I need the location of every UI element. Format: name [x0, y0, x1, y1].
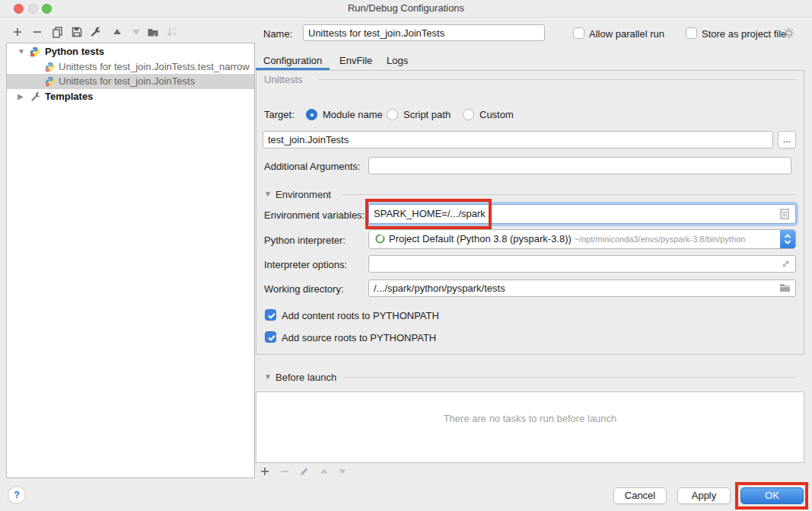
target-script-path-radio[interactable] [387, 109, 398, 120]
name-label: Name: [263, 28, 292, 40]
working-directory-label: Working directory: [264, 283, 344, 295]
tree-item-label: Unittests for test_join.JoinTests [59, 74, 195, 89]
title-bar: Run/Debug Configurations [0, 0, 812, 18]
run-debug-configurations-dialog: Run/Debug Configurations ▼ Python tests … [0, 0, 812, 511]
tree-item-unittest-narrow[interactable]: Unittests for test_join.JoinTests.test_n… [7, 59, 254, 75]
before-launch-chevron-icon[interactable]: ▼ [264, 372, 272, 381]
copy-configuration-icon[interactable] [52, 26, 64, 38]
store-as-project-file-checkbox[interactable] [686, 27, 697, 39]
tree-item-label: Unittests for test_join.JoinTests.test_n… [59, 59, 250, 75]
chevron-down-icon[interactable]: ▼ [18, 44, 25, 59]
target-script-path-label: Script path [403, 109, 451, 121]
section-divider [342, 194, 796, 195]
before-launch-remove-icon[interactable] [279, 466, 290, 477]
edit-environment-variables-icon[interactable] [779, 209, 790, 219]
edit-templates-icon[interactable] [90, 26, 102, 38]
python-tests-icon [30, 46, 40, 57]
before-launch-add-icon[interactable] [260, 466, 270, 477]
tab-envfile[interactable]: EnvFile [339, 55, 372, 67]
before-launch-edit-icon[interactable] [299, 466, 310, 477]
browse-module-button[interactable]: ... [778, 131, 796, 149]
target-custom-label: Custom [479, 109, 514, 121]
additional-arguments-input[interactable] [368, 157, 791, 174]
add-configuration-icon[interactable] [11, 26, 24, 38]
new-folder-icon[interactable] [147, 26, 159, 38]
before-launch-task-list [256, 391, 804, 463]
before-launch-move-up-icon[interactable] [319, 466, 330, 477]
environment-variables-input[interactable]: SPARK_HOME=/.../spark [368, 204, 796, 224]
folder-icon[interactable] [779, 283, 791, 293]
python-test-icon [45, 76, 56, 87]
additional-arguments-label: Additional Arguments: [264, 161, 360, 173]
name-input[interactable]: Unittests for test_join.JoinTests [303, 24, 545, 41]
python-interpreter-path: ~/opt/miniconda3/envs/pyspark-3.8/bin/py… [575, 235, 746, 244]
window-title: Run/Debug Configurations [0, 2, 812, 14]
remove-configuration-icon[interactable] [31, 26, 43, 38]
before-launch-move-down-icon[interactable] [337, 466, 348, 477]
help-button[interactable]: ? [8, 486, 26, 504]
environment-section-title: Environment [275, 189, 331, 201]
interpreter-options-label: Interpreter options: [264, 259, 347, 271]
add-source-roots-label: Add source roots to PYTHONPATH [282, 332, 436, 344]
tree-item-label: Templates [45, 89, 93, 104]
before-launch-empty-message: There are no tasks to run before launch [256, 413, 804, 424]
allow-parallel-run-label: Allow parallel run [589, 28, 664, 40]
allow-parallel-run-checkbox[interactable] [573, 27, 584, 39]
conda-environment-icon [374, 233, 386, 244]
group-divider [318, 79, 796, 80]
move-down-icon[interactable] [130, 26, 142, 38]
add-content-roots-label: Add content roots to PYTHONPATH [282, 310, 439, 322]
before-launch-section-title: Before launch [275, 372, 336, 384]
python-interpreter-label: Python interpreter: [264, 235, 345, 247]
python-test-icon [45, 62, 56, 72]
tree-item-label: Python tests [45, 44, 104, 59]
ok-button[interactable]: OK [740, 487, 804, 504]
target-label: Target: [264, 109, 295, 121]
save-configuration-icon[interactable] [71, 26, 83, 38]
tree-item-python-tests[interactable]: ▼ Python tests [7, 44, 254, 59]
templates-wrench-icon [30, 91, 41, 102]
python-interpreter-value: Project Default (Python 3.8 (pyspark-3.8… [389, 233, 572, 244]
interpreter-options-input[interactable] [368, 255, 796, 273]
add-source-roots-checkbox[interactable] [265, 331, 276, 343]
tab-logs[interactable]: Logs [387, 55, 408, 67]
add-content-roots-checkbox[interactable] [265, 309, 276, 321]
working-directory-input[interactable]: /.../spark/python/pyspark/tests [368, 279, 796, 297]
gear-icon[interactable] [782, 27, 795, 40]
cancel-button[interactable]: Cancel [613, 487, 667, 504]
configurations-tree: ▼ Python tests Unittests for test_join.J… [6, 43, 255, 478]
chevron-right-icon[interactable]: ▶ [18, 89, 24, 104]
store-as-project-file-label: Store as project file [702, 28, 786, 40]
move-up-icon[interactable] [111, 26, 123, 38]
tab-configuration[interactable]: Configuration [263, 55, 322, 67]
sort-configurations-icon[interactable] [166, 26, 178, 38]
python-interpreter-select[interactable]: Project Default (Python 3.8 (pyspark-3.8… [368, 229, 796, 249]
target-module-name-label: Module name [323, 109, 383, 121]
expand-field-icon[interactable] [781, 259, 791, 269]
module-name-input[interactable]: test_join.JoinTests [263, 131, 773, 149]
apply-button[interactable]: Apply [677, 487, 731, 504]
unittests-group-title: Unittests [264, 74, 303, 86]
target-custom-radio[interactable] [463, 109, 474, 120]
section-divider [344, 377, 796, 378]
target-module-name-radio[interactable] [306, 109, 317, 120]
dropdown-chevrons-icon[interactable] [780, 229, 795, 249]
environment-variables-label: Environment variables: [264, 209, 365, 222]
tree-item-templates[interactable]: ▶ Templates [7, 89, 254, 104]
tree-item-unittest-jointests-selected[interactable]: Unittests for test_join.JoinTests [7, 74, 254, 89]
environment-section-chevron-icon[interactable]: ▼ [264, 190, 272, 198]
